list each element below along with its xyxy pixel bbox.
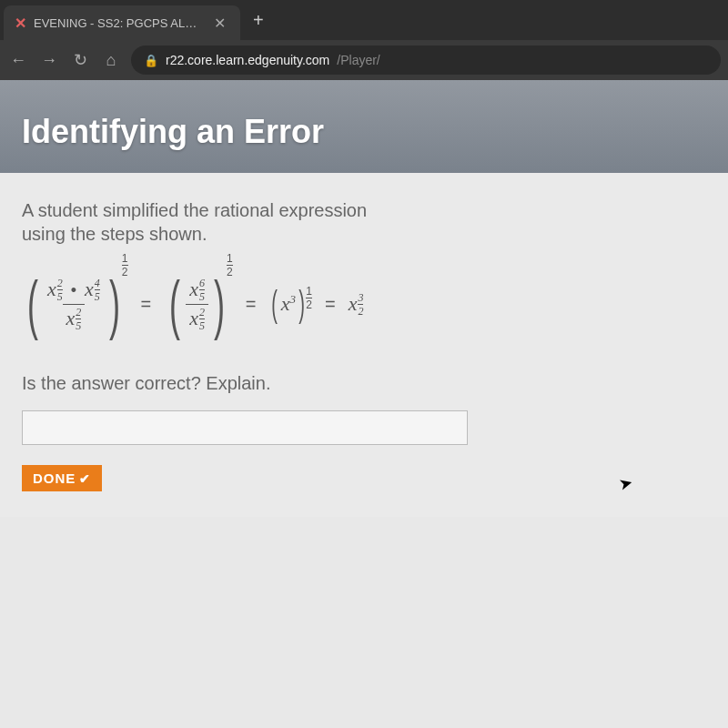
check-icon: ✔ bbox=[79, 471, 91, 486]
new-tab-button[interactable]: + bbox=[240, 10, 277, 31]
browser-toolbar: ← → ↻ ⌂ 🔒 r22.core.learn.edgenuity.com/P… bbox=[0, 40, 728, 80]
prompt-line-1: A student simplified the rational expres… bbox=[22, 200, 367, 220]
math-step-2: ( x65 x25 ) 12 bbox=[164, 271, 232, 337]
page-header: Identifying an Error bbox=[0, 80, 728, 173]
done-label: DONE bbox=[33, 470, 76, 486]
equals-sign: = bbox=[141, 294, 152, 315]
browser-tab[interactable]: ✕ EVENING - SS2: PGCPS ALGEBR ✕ bbox=[4, 5, 240, 40]
prompt-line-2: using the steps shown. bbox=[22, 224, 207, 244]
question-text: Is the answer correct? Explain. bbox=[22, 373, 706, 394]
done-button[interactable]: DONE ✔ bbox=[22, 465, 102, 491]
url-domain: r22.core.learn.edgenuity.com bbox=[166, 53, 329, 67]
lock-icon: 🔒 bbox=[144, 54, 158, 67]
reload-button[interactable]: ↻ bbox=[69, 50, 91, 70]
math-step-1: ( x25 • x45 x25 ) 12 bbox=[22, 271, 128, 337]
answer-input[interactable] bbox=[22, 410, 468, 445]
tab-title: EVENING - SS2: PGCPS ALGEBR bbox=[34, 16, 203, 30]
close-tab-icon[interactable]: ✕ bbox=[210, 15, 229, 32]
equals-sign: = bbox=[325, 294, 336, 315]
browser-tab-strip: ✕ EVENING - SS2: PGCPS ALGEBR ✕ + bbox=[0, 0, 728, 40]
math-expression: ( x25 • x45 x25 ) 12 = ( x65 bbox=[22, 271, 706, 337]
prompt-text: A student simplified the rational expres… bbox=[22, 198, 706, 246]
content-area: A student simplified the rational expres… bbox=[0, 173, 728, 517]
url-path: /Player/ bbox=[337, 53, 379, 67]
forward-button[interactable]: → bbox=[38, 51, 60, 70]
page-title: Identifying an Error bbox=[22, 113, 706, 151]
math-step-3: ( x3 ) 12 bbox=[268, 286, 312, 322]
home-button[interactable]: ⌂ bbox=[100, 51, 122, 70]
equals-sign: = bbox=[246, 294, 257, 315]
math-step-4: x32 bbox=[349, 292, 364, 317]
address-bar[interactable]: 🔒 r22.core.learn.edgenuity.com/Player/ bbox=[131, 46, 721, 75]
tab-favicon: ✕ bbox=[15, 15, 26, 32]
back-button[interactable]: ← bbox=[7, 51, 29, 70]
